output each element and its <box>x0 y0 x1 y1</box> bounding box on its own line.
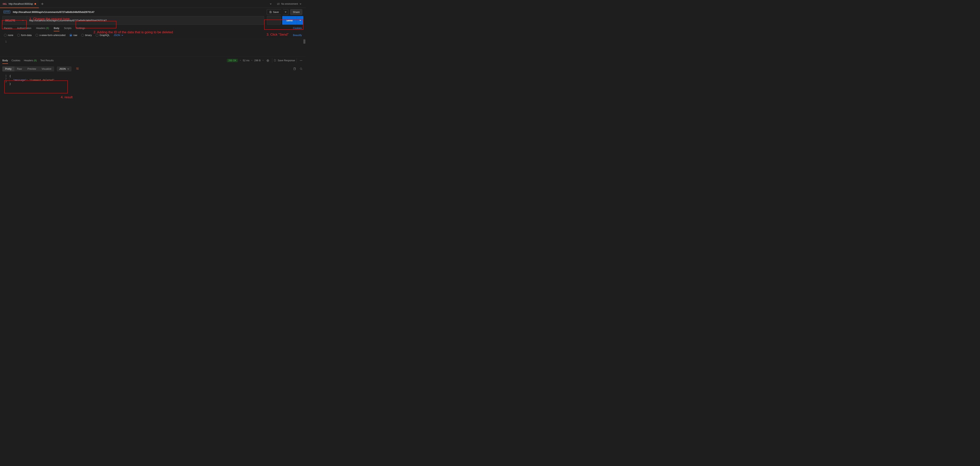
response-tab-tests[interactable]: Test Results <box>40 59 54 62</box>
response-tab-cookies[interactable]: Cookies <box>11 59 21 62</box>
environment-select[interactable]: No environment <box>275 2 304 6</box>
network-icon-button[interactable] <box>266 58 270 63</box>
response-view-segment: Pretty Raw Preview Visualize <box>2 67 54 71</box>
ellipsis-icon <box>300 59 302 62</box>
line-number: 1 <box>0 74 7 77</box>
request-name[interactable]: http://localhost:8000/api/v1/comments/67… <box>13 11 94 14</box>
svg-point-3 <box>301 60 301 61</box>
editor-gutter: 1 <box>0 39 9 57</box>
status-chip: 200 OK <box>227 59 238 62</box>
tab-authorization[interactable]: Authorization <box>17 27 31 30</box>
save-label: Save <box>273 11 279 14</box>
line-number: 2 <box>0 77 7 80</box>
radio-icon <box>81 34 84 36</box>
http-method-select[interactable]: DELETE <box>2 16 27 25</box>
radio-icon <box>35 34 38 36</box>
tab-overflow-button[interactable] <box>268 2 273 6</box>
tab-method-badge: DEL <box>3 3 7 5</box>
response-format-select[interactable]: JSON <box>57 67 72 71</box>
radio-icon <box>17 34 20 36</box>
body-type-none[interactable]: none <box>4 34 13 36</box>
chevron-down-icon <box>67 68 69 70</box>
request-tab[interactable]: DEL http://localhost:8000/ap <box>0 0 39 8</box>
body-type-raw[interactable]: raw <box>69 34 77 36</box>
wrap-icon <box>76 67 79 70</box>
wrap-lines-button[interactable] <box>74 66 81 72</box>
svg-rect-5 <box>294 68 295 70</box>
radio-icon <box>69 34 72 36</box>
save-response-button[interactable]: Save Response <box>272 59 297 63</box>
radio-icon <box>4 34 7 36</box>
chevron-down-icon <box>22 19 24 21</box>
tab-body[interactable]: Body <box>54 27 59 30</box>
response-gutter: 1 2 3 <box>0 73 9 86</box>
view-raw[interactable]: Raw <box>14 67 25 71</box>
tab-headers-label: Headers <box>36 27 45 30</box>
save-options-button[interactable] <box>283 9 288 15</box>
share-button[interactable]: Share <box>290 9 302 15</box>
chevron-down-icon <box>270 3 272 5</box>
response-tab-headers-label: Headers <box>24 59 33 62</box>
unsaved-dot-icon <box>35 3 36 5</box>
scrollbar-thumb[interactable] <box>304 40 305 44</box>
url-input[interactable] <box>29 19 262 22</box>
chevron-down-icon <box>299 3 301 5</box>
body-type-binary[interactable]: binary <box>81 34 92 36</box>
view-pretty[interactable]: Pretty <box>2 67 14 71</box>
chevron-down-icon <box>121 34 123 36</box>
send-options-button[interactable] <box>297 16 304 25</box>
svg-point-2 <box>300 60 300 61</box>
send-label: Send <box>286 19 293 22</box>
chevron-down-icon <box>285 11 286 13</box>
response-more-button[interactable] <box>299 58 304 63</box>
globe-icon <box>266 59 269 62</box>
save-icon <box>274 59 276 62</box>
plus-icon <box>41 3 44 5</box>
response-code: { "message": "Comment deleted" } <box>9 73 306 86</box>
tab-scripts[interactable]: Scripts <box>64 27 72 30</box>
line-number: 1 <box>0 40 7 43</box>
copy-response-button[interactable] <box>292 67 297 71</box>
radio-icon <box>95 34 99 36</box>
tab-settings[interactable]: Settings <box>76 27 85 30</box>
send-button[interactable]: Send <box>282 16 297 25</box>
view-visualize[interactable]: Visualize <box>39 67 54 71</box>
no-env-icon <box>277 3 280 5</box>
response-tab-body[interactable]: Body <box>2 59 8 62</box>
response-size: 296 B <box>254 59 261 62</box>
request-body-editor[interactable]: 1 <box>0 39 306 57</box>
body-type-urlencoded[interactable]: x-www-form-urlencoded <box>35 34 65 36</box>
search-icon <box>300 67 302 70</box>
save-response-label: Save Response <box>278 59 295 62</box>
body-language-value: JSON <box>114 34 120 36</box>
response-body-editor[interactable]: 1 2 3 { "message": "Comment deleted" } <box>0 73 306 86</box>
line-number: 3 <box>0 80 7 83</box>
body-type-graphql[interactable]: GraphQL <box>95 34 110 36</box>
share-label: Share <box>293 11 300 14</box>
search-response-button[interactable] <box>299 67 304 71</box>
cookies-link[interactable]: Cookies <box>293 27 302 30</box>
environment-label: No environment <box>281 3 298 5</box>
copy-icon <box>293 67 296 70</box>
body-language-select[interactable]: JSON <box>114 34 123 36</box>
beautify-link[interactable]: Beautify <box>293 34 302 36</box>
response-format-value: JSON <box>59 68 66 70</box>
tab-params[interactable]: Params <box>4 27 12 30</box>
annotation-4: 4. result <box>61 95 73 99</box>
save-icon <box>269 11 272 13</box>
save-button[interactable]: Save <box>267 9 281 15</box>
chevron-down-icon <box>299 19 301 21</box>
response-tab-headers[interactable]: Headers (8) <box>24 59 37 62</box>
svg-point-6 <box>300 68 302 69</box>
new-tab-button[interactable] <box>39 3 46 5</box>
status-code: 200 <box>228 59 232 62</box>
body-type-form-data[interactable]: form-data <box>17 34 32 36</box>
response-time: 52 ms <box>243 59 250 62</box>
aux-button[interactable] <box>267 16 281 25</box>
status-text: OK <box>233 59 236 62</box>
view-preview[interactable]: Preview <box>25 67 39 71</box>
tab-title: http://localhost:8000/ap <box>9 3 33 5</box>
response-tab-headers-count: (8) <box>34 59 37 62</box>
tab-headers[interactable]: Headers (6) <box>36 27 49 30</box>
http-method-value: DELETE <box>5 19 15 22</box>
